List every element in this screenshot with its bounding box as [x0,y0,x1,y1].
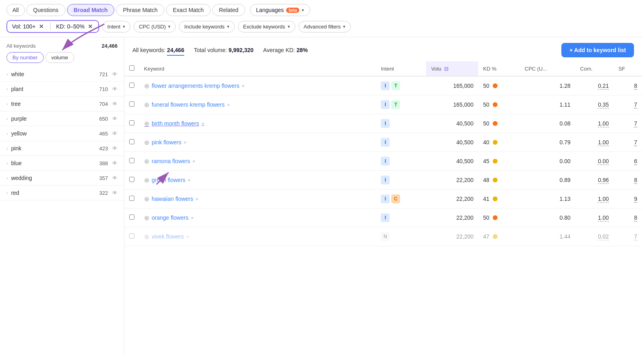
row-checkbox[interactable] [129,177,134,182]
row-checkbox-cell[interactable] [124,114,139,133]
eye-icon[interactable]: 👁 [112,101,118,107]
sidebar-item[interactable]: › white 721 👁 [0,67,124,82]
volume-col-header[interactable]: Volu ⊟ [426,61,478,76]
row-checkbox-cell[interactable] [124,133,139,152]
row-checkbox-cell[interactable] [124,95,139,114]
sidebar-keyword-label: red [11,190,100,196]
com-cell: 1.00 [575,190,614,208]
intent-badge-i: I [381,138,390,147]
sidebar-keyword-count: 465 [99,131,108,137]
eye-icon[interactable]: 👁 [112,86,118,92]
select-all-header[interactable] [124,61,139,76]
tab-languages[interactable]: Languages beta ▾ [250,4,310,16]
intent-dropdown[interactable]: Intent ▾ [102,21,131,32]
include-dropdown[interactable]: Include keywords ▾ [179,21,234,32]
sort-by-volume-button[interactable]: volume [45,52,74,63]
eye-icon[interactable]: 👁 [112,175,118,181]
row-checkbox-cell[interactable] [124,152,139,171]
tab-related[interactable]: Related [212,4,245,16]
tab-phrase-match[interactable]: Phrase Match [116,4,164,16]
row-checkbox-cell[interactable] [124,227,139,246]
kd-filter[interactable]: KD: 0–50% ✕ [53,22,97,31]
row-checkbox-cell[interactable] [124,76,139,95]
keyword-cell: ⊕ flower arrangements kremp flowers » [139,76,376,95]
add-keyword-icon: ⊕ [144,233,149,241]
main-header: All keywords: 24,466 Total volume: 9,992… [124,37,642,57]
cpc-dropdown[interactable]: CPC (USD) ▾ [134,21,176,32]
row-checkbox[interactable] [129,196,134,201]
select-all-checkbox[interactable] [129,65,134,71]
table-row: ⊕ pink flowers » I 40,500 40 0.79 1.00 7 [124,133,642,152]
row-checkbox-cell[interactable] [124,171,139,190]
row-checkbox-cell[interactable] [124,208,139,227]
keyword-link[interactable]: ⊕ pink flowers » [144,139,371,146]
tab-broad-match[interactable]: Broad Match [67,4,115,16]
row-checkbox-cell[interactable] [124,190,139,208]
exclude-dropdown[interactable]: Exclude keywords ▾ [238,21,295,32]
tab-questions[interactable]: Questions [26,4,65,16]
add-to-keyword-list-button[interactable]: + Add to keyword list [561,43,634,57]
cpc-cell: 1.28 [520,76,575,95]
chevron-down-icon: ▾ [343,24,345,29]
sf-cell: 8 [614,76,642,95]
cpc-cell: 0.00 [520,152,575,171]
sidebar-item[interactable]: › yellow 465 👁 [0,126,124,141]
row-checkbox[interactable] [129,158,134,163]
intent-col-header: Intent [376,61,426,76]
keyword-link[interactable]: ⊕ birth month flowers » [144,120,371,127]
keyword-cell: ⊕ funeral flowers kremp flowers » [139,95,376,114]
keyword-cell: ⊕ hawaiian flowers » [139,190,376,208]
expand-icon: › [6,72,8,77]
eye-icon[interactable]: 👁 [112,190,118,196]
intent-badge-n: N [381,232,390,241]
cpc-cell: 1.13 [520,190,575,208]
eye-icon[interactable]: 👁 [112,145,118,152]
tab-all[interactable]: All [6,4,25,16]
sidebar-item[interactable]: › wedding 357 👁 [0,171,124,186]
row-checkbox[interactable] [129,101,134,107]
keyword-link[interactable]: ⊕ flower arrangements kremp flowers » [144,82,371,90]
cpc-cell: 1.44 [520,227,575,246]
row-checkbox[interactable] [129,120,134,125]
cpc-cell: 0.89 [520,171,575,190]
tab-exact-match[interactable]: Exact Match [166,4,211,16]
sidebar-item[interactable]: › pink 423 👁 [0,141,124,156]
intent-badge-i: I [381,119,390,128]
advanced-dropdown[interactable]: Advanced filters ▾ [299,21,351,32]
keyword-link[interactable]: ⊕ orange flowers » [144,214,371,222]
row-checkbox[interactable] [129,139,134,144]
volume-cell: 40,500 [426,152,478,171]
eye-icon[interactable]: 👁 [112,130,118,137]
kd-filter-remove[interactable]: ✕ [87,23,93,30]
sidebar-header: All keywords 24,466 [0,37,124,52]
total-volume-stat: Total volume: 9,992,320 [194,47,254,53]
row-checkbox[interactable] [129,233,134,239]
eye-icon[interactable]: 👁 [112,71,118,77]
row-checkbox[interactable] [129,214,134,220]
keyword-link[interactable]: ⊕ vivek flowers » [144,233,371,241]
keyword-link[interactable]: ⊕ ramona flowers » [144,158,371,165]
sort-by-number-button[interactable]: By number [6,52,44,63]
eye-icon[interactable]: 👁 [112,160,118,166]
table-row: ⊕ hawaiian flowers » IC 22,200 41 1.13 1… [124,190,642,208]
sidebar-item[interactable]: › tree 704 👁 [0,97,124,111]
cpc-cell: 0.79 [520,133,575,152]
cpc-cell: 0.80 [520,208,575,227]
sidebar-item[interactable]: › red 322 👁 [0,186,124,200]
expand-row-icon: » [242,83,245,89]
keyword-link[interactable]: ⊕ hawaiian flowers » [144,195,371,203]
sidebar-keyword-count: 423 [99,146,108,152]
com-cell: 0.35 [575,95,614,114]
sidebar-keyword-label: tree [11,101,100,107]
keyword-link[interactable]: ⊕ green flowers » [144,176,371,184]
sidebar-item[interactable]: › blue 388 👁 [0,156,124,171]
kd-dot [493,121,498,126]
sidebar-item[interactable]: › plant 710 👁 [0,82,124,97]
vol-filter-remove[interactable]: ✕ [38,23,45,30]
vol-filter[interactable]: Vol: 100+ ✕ [9,22,48,31]
sidebar-keyword-count: 704 [99,101,108,107]
sidebar-item[interactable]: › purple 650 👁 [0,111,124,126]
eye-icon[interactable]: 👁 [112,115,118,122]
row-checkbox[interactable] [129,83,134,88]
keyword-link[interactable]: ⊕ funeral flowers kremp flowers » [144,101,371,109]
